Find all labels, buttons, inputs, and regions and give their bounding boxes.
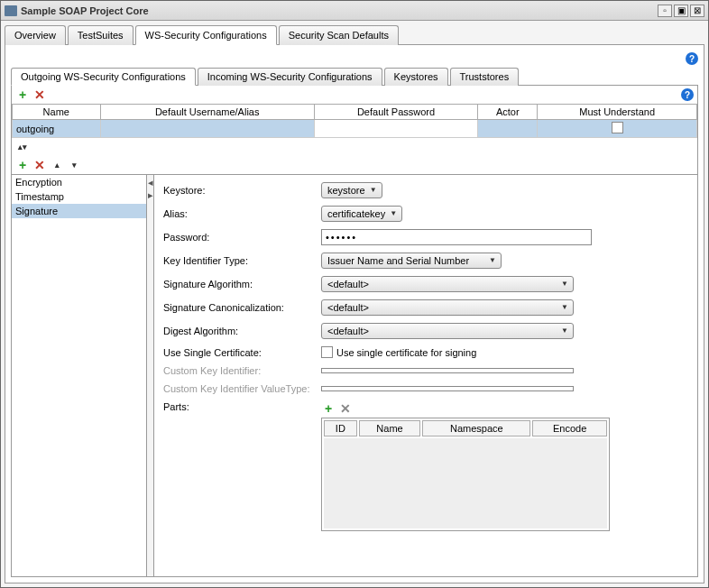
sigalg-label: Signature Algorithm: bbox=[163, 279, 321, 289]
table-row[interactable]: outgoing bbox=[13, 120, 697, 138]
config-toolbar: + ✕ ? bbox=[12, 86, 697, 104]
help-row: ? bbox=[11, 51, 698, 67]
subtab-incoming[interactable]: Incoming WS-Security Configurations bbox=[198, 68, 382, 86]
entry-timestamp[interactable]: Timestamp bbox=[12, 189, 146, 204]
col-password[interactable]: Default Password bbox=[314, 105, 477, 120]
help-icon[interactable]: ? bbox=[686, 52, 698, 65]
signature-form: Keystore: keystore Alias: certificatekey… bbox=[154, 175, 697, 576]
single-cert-text: Use single certificate for signing bbox=[336, 347, 476, 358]
keystore-label: Keystore: bbox=[163, 185, 321, 196]
add-part-icon[interactable]: + bbox=[321, 401, 336, 416]
collapse-row: ▴▾ bbox=[12, 138, 697, 156]
col-mustunderstand[interactable]: Must Understand bbox=[538, 105, 697, 120]
main-tabs: Overview TestSuites WS-Security Configur… bbox=[5, 24, 704, 45]
config-table: Name Default Username/Alias Default Pass… bbox=[12, 104, 697, 138]
col-alias[interactable]: Default Username/Alias bbox=[100, 105, 314, 120]
col-name[interactable]: Name bbox=[13, 105, 101, 120]
move-down-icon[interactable]: ▾ bbox=[67, 158, 81, 172]
single-label: Use Single Certificate: bbox=[163, 347, 321, 358]
canon-label: Signature Canonicalization: bbox=[163, 302, 321, 313]
subtab-outgoing[interactable]: Outgoing WS-Security Configurations bbox=[11, 68, 196, 86]
password-label: Password: bbox=[163, 232, 321, 243]
custkey-input[interactable] bbox=[321, 368, 574, 373]
remove-part-icon[interactable]: ✕ bbox=[338, 401, 353, 416]
content-area: Overview TestSuites WS-Security Configur… bbox=[1, 21, 708, 587]
cell-name[interactable]: outgoing bbox=[13, 120, 101, 138]
alias-label: Alias: bbox=[163, 208, 321, 219]
entry-list: Encryption Timestamp Signature bbox=[12, 175, 146, 576]
chevron-left-icon: ◂ bbox=[148, 177, 153, 188]
cell-alias[interactable] bbox=[100, 120, 314, 138]
keyid-select[interactable]: Issuer Name and Serial Number bbox=[321, 253, 502, 269]
digest-label: Digest Algorithm: bbox=[163, 326, 321, 336]
cell-password[interactable] bbox=[314, 120, 477, 138]
folder-icon bbox=[5, 5, 17, 16]
project-window: Sample SOAP Project Core ▫ ▣ ⊠ Overview … bbox=[0, 0, 709, 588]
close-button[interactable]: ⊠ bbox=[690, 5, 704, 17]
help-icon[interactable]: ? bbox=[681, 88, 694, 101]
window-title: Sample SOAP Project Core bbox=[21, 5, 656, 16]
keystore-select[interactable]: keystore bbox=[321, 182, 382, 198]
entry-toolbar: + ✕ ▴ ▾ bbox=[12, 156, 697, 174]
sigalg-select[interactable]: <default> bbox=[321, 276, 574, 292]
subtab-truststores[interactable]: Truststores bbox=[450, 68, 520, 86]
add-entry-icon[interactable]: + bbox=[15, 158, 30, 172]
move-up-icon[interactable]: ▴ bbox=[50, 158, 64, 172]
titlebar: Sample SOAP Project Core ▫ ▣ ⊠ bbox=[1, 1, 708, 21]
mustunderstand-checkbox[interactable] bbox=[612, 122, 623, 133]
remove-entry-icon[interactable]: ✕ bbox=[32, 158, 47, 172]
add-config-icon[interactable]: + bbox=[15, 87, 30, 102]
custval-input[interactable] bbox=[321, 386, 574, 391]
alias-select[interactable]: certificatekey bbox=[321, 206, 402, 222]
tab-security-scan[interactable]: Security Scan Defaults bbox=[279, 25, 399, 45]
parts-col-encode[interactable]: Encode bbox=[532, 420, 607, 436]
entry-signature[interactable]: Signature bbox=[12, 204, 146, 218]
maximize-button[interactable]: ▣ bbox=[674, 5, 688, 17]
keyid-label: Key Identifier Type: bbox=[163, 255, 321, 266]
digest-select[interactable]: <default> bbox=[321, 323, 574, 339]
collapse-up-icon[interactable]: ▴▾ bbox=[15, 140, 30, 154]
parts-col-id[interactable]: ID bbox=[324, 420, 357, 436]
cell-actor[interactable] bbox=[478, 120, 538, 138]
chevron-right-icon: ▸ bbox=[148, 189, 153, 201]
split-pane: Encryption Timestamp Signature ◂▸ Keysto… bbox=[12, 174, 697, 576]
parts-col-name[interactable]: Name bbox=[359, 420, 421, 436]
custval-label: Custom Key Identifier ValueType: bbox=[163, 383, 321, 394]
outgoing-panel: + ✕ ? Name Default Username/Alias Defaul… bbox=[11, 86, 698, 577]
parts-empty-body bbox=[324, 438, 607, 528]
cell-mustunderstand[interactable] bbox=[538, 120, 697, 138]
col-actor[interactable]: Actor bbox=[478, 105, 538, 120]
remove-config-icon[interactable]: ✕ bbox=[32, 87, 47, 102]
custkey-label: Custom Key Identifier: bbox=[163, 365, 321, 376]
canon-select[interactable]: <default> bbox=[321, 299, 574, 316]
splitter[interactable]: ◂▸ bbox=[147, 175, 154, 576]
parts-table: ID Name Namespace Encode bbox=[321, 418, 610, 531]
parts-col-namespace[interactable]: Namespace bbox=[422, 420, 530, 436]
entry-list-pane: Encryption Timestamp Signature bbox=[12, 175, 147, 576]
ws-security-panel: ? Outgoing WS-Security Configurations In… bbox=[5, 45, 704, 583]
parts-label: Parts: bbox=[163, 401, 321, 412]
password-input[interactable]: •••••• bbox=[321, 229, 592, 245]
tab-overview[interactable]: Overview bbox=[5, 25, 66, 45]
tab-testsuites[interactable]: TestSuites bbox=[68, 25, 134, 45]
entry-encryption[interactable]: Encryption bbox=[12, 175, 146, 189]
minimize-button[interactable]: ▫ bbox=[658, 5, 672, 17]
sub-tabs: Outgoing WS-Security Configurations Inco… bbox=[11, 67, 698, 86]
single-cert-checkbox[interactable] bbox=[321, 346, 333, 358]
subtab-keystores[interactable]: Keystores bbox=[384, 68, 448, 86]
tab-ws-security[interactable]: WS-Security Configurations bbox=[135, 25, 277, 45]
